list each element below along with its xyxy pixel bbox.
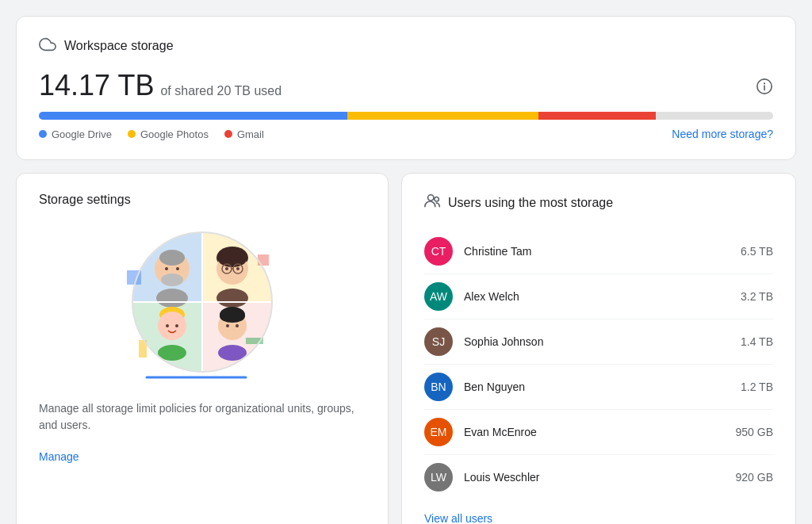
user-avatar: EM: [424, 418, 453, 446]
svg-point-25: [236, 267, 239, 270]
user-row: LWLouis Weschler920 GB: [424, 455, 773, 499]
user-row: BNBen Nguyen1.2 TB: [424, 365, 773, 410]
legend-google-drive: Google Drive: [39, 128, 112, 140]
user-storage-amount: 950 GB: [736, 426, 773, 438]
svg-point-29: [166, 324, 169, 327]
user-name: Louis Weschler: [464, 471, 736, 484]
user-name: Evan McEnroe: [464, 426, 736, 438]
storage-settings-title-text: Storage settings: [39, 193, 131, 207]
legend-label-drive: Google Drive: [52, 128, 112, 140]
user-storage-amount: 1.2 TB: [741, 381, 773, 393]
people-icon: [424, 193, 442, 213]
svg-point-28: [158, 312, 186, 340]
svg-point-36: [220, 310, 245, 323]
storage-bar: [39, 112, 773, 120]
user-storage-amount: 3.2 TB: [741, 290, 773, 303]
legend-label-photos: Google Photos: [140, 128, 209, 140]
legend-dot-photos: [128, 130, 136, 138]
svg-point-15: [165, 267, 168, 270]
legend-row: Google Drive Google Photos Gmail Need mo…: [39, 128, 773, 140]
user-name: Sophia Johnson: [464, 335, 741, 348]
bar-gmail: [538, 112, 656, 120]
user-row: AWAlex Welch3.2 TB: [424, 274, 773, 319]
bar-google-drive: [39, 112, 347, 120]
user-name: Ben Nguyen: [464, 381, 741, 393]
user-avatar: CT: [424, 237, 453, 266]
storage-header: Workspace storage: [39, 36, 773, 56]
svg-point-34: [226, 324, 229, 327]
storage-settings-card: Storage settings: [16, 173, 389, 524]
workspace-storage-card: Workspace storage 14.17 TB of shared 20 …: [16, 16, 796, 160]
info-icon[interactable]: [756, 78, 773, 99]
user-avatar: LW: [424, 463, 453, 491]
user-row: SJSophia Johnson1.4 TB: [424, 319, 773, 365]
svg-point-13: [159, 250, 185, 266]
user-storage-amount: 1.4 TB: [741, 335, 773, 348]
manage-link[interactable]: Manage: [39, 450, 79, 463]
user-storage-amount: 6.5 TB: [741, 245, 773, 258]
legend-dot-gmail: [224, 130, 232, 138]
svg-point-14: [161, 273, 183, 286]
user-row: CTChristine Tam6.5 TB: [424, 229, 773, 274]
legend-gmail: Gmail: [224, 128, 264, 140]
legend-google-photos: Google Photos: [128, 128, 209, 140]
svg-point-30: [175, 324, 178, 327]
users-storage-title-text: Users using the most storage: [448, 196, 613, 210]
users-storage-card: Users using the most storage CTChristine…: [401, 173, 796, 524]
storage-amount-value: 14.17 TB: [39, 69, 154, 102]
cloud-icon: [39, 36, 56, 56]
storage-amount-subtitle: of shared 20 TB used: [160, 84, 282, 98]
bottom-row: Storage settings: [16, 173, 796, 524]
svg-point-35: [236, 324, 239, 327]
user-storage-amount: 920 GB: [736, 471, 773, 484]
need-more-storage-link[interactable]: Need more storage?: [672, 128, 773, 140]
users-storage-title: Users using the most storage: [424, 193, 773, 213]
bar-google-photos: [347, 112, 538, 120]
user-avatar: AW: [424, 282, 453, 311]
view-all-users-link[interactable]: View all users: [424, 512, 492, 524]
svg-point-42: [428, 195, 434, 201]
illustration-area: [39, 223, 366, 381]
svg-point-24: [225, 267, 228, 270]
user-avatar: SJ: [424, 327, 453, 356]
illustration: [123, 223, 282, 381]
svg-point-26: [216, 289, 248, 308]
users-list: CTChristine Tam6.5 TBAWAlex Welch3.2 TBS…: [424, 229, 773, 499]
svg-point-43: [435, 197, 439, 202]
legend-dot-drive: [39, 130, 47, 138]
user-name: Alex Welch: [464, 290, 741, 303]
user-name: Christine Tam: [464, 245, 741, 258]
svg-point-20: [218, 251, 247, 267]
storage-settings-description: Manage all storage limit policies for or…: [39, 400, 366, 434]
storage-amount: 14.17 TB of shared 20 TB used: [39, 69, 282, 102]
user-row: EMEvan McEnroe950 GB: [424, 410, 773, 455]
legend-label-gmail: Gmail: [237, 128, 264, 140]
storage-settings-title: Storage settings: [39, 193, 366, 207]
storage-bar-wrapper: [39, 112, 773, 120]
svg-point-16: [176, 267, 179, 270]
svg-rect-9: [258, 254, 269, 266]
main-container: Workspace storage 14.17 TB of shared 20 …: [16, 16, 796, 524]
workspace-storage-title: Workspace storage: [64, 39, 174, 53]
svg-point-17: [156, 289, 188, 308]
user-avatar: BN: [424, 373, 453, 401]
